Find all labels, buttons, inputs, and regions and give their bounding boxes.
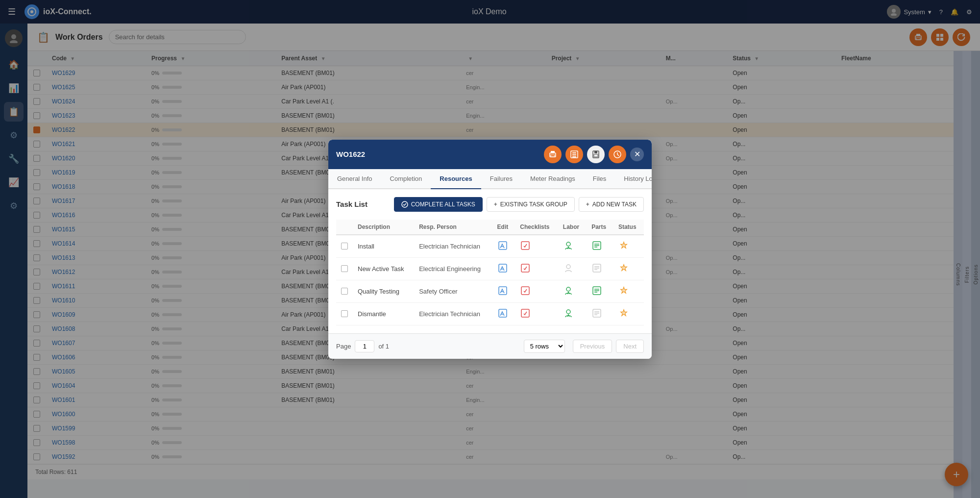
task-status: ! (613, 257, 644, 280)
tab-meter-readings[interactable]: Meter Readings (521, 169, 584, 189)
task-edit[interactable] (492, 235, 515, 258)
task-checklists[interactable] (515, 257, 558, 280)
task-description: Install (353, 235, 414, 258)
svg-text:!: ! (623, 311, 625, 316)
task-checklists[interactable] (515, 235, 558, 258)
task-parts[interactable] (587, 302, 613, 325)
col-labor: Labor (558, 220, 587, 235)
existing-btn-label: EXISTING TASK GROUP (500, 201, 567, 208)
col-status: Status (613, 220, 644, 235)
task-resp-person: Electrical Engineering (414, 257, 492, 280)
page-info: Page of 1 (336, 340, 389, 352)
svg-rect-19 (572, 156, 576, 157)
modal-title: WO1622 (336, 150, 365, 158)
nav-buttons: Previous Next (573, 340, 644, 353)
modal: WO1622 ✕ General Info Completion (328, 140, 652, 359)
task-description: Dismantle (353, 302, 414, 325)
task-labor[interactable] (558, 257, 587, 280)
col-description: Description (353, 220, 414, 235)
tab-files[interactable]: Files (584, 169, 615, 189)
svg-rect-36 (521, 264, 529, 272)
add-new-btn-icon: + (586, 201, 589, 208)
footer-right: 5 rows 10 rows 20 rows Previous Next (524, 340, 644, 353)
task-actions: COMPLETE ALL TASKS + EXISTING TASK GROUP… (394, 197, 644, 212)
page-label: Page (336, 343, 351, 350)
modal-close-button[interactable]: ✕ (630, 148, 644, 161)
svg-rect-27 (521, 242, 529, 249)
task-resp-person: Electrician Technician (414, 235, 492, 258)
task-labor[interactable] (558, 302, 587, 325)
col-resp-person: Resp. Person (414, 220, 492, 235)
add-new-btn-label: ADD NEW TASK (592, 201, 637, 208)
svg-point-37 (566, 265, 570, 269)
tab-general-info[interactable]: General Info (328, 169, 381, 189)
svg-text:!: ! (623, 266, 625, 271)
svg-point-46 (566, 287, 570, 291)
add-new-task-button[interactable]: + ADD NEW TASK (579, 197, 644, 212)
modal-print-button[interactable] (544, 146, 562, 163)
task-status: ! (613, 302, 644, 325)
task-checklists[interactable] (515, 302, 558, 325)
page-input[interactable] (355, 340, 374, 352)
previous-button[interactable]: Previous (573, 340, 612, 353)
task-parts[interactable] (587, 257, 613, 280)
existing-task-group-button[interactable]: + EXISTING TASK GROUP (487, 197, 575, 212)
modal-header-actions: ✕ (544, 146, 644, 163)
task-edit[interactable] (492, 280, 515, 302)
task-status: ! (613, 235, 644, 258)
tab-completion[interactable]: Completion (381, 169, 431, 189)
task-edit[interactable] (492, 257, 515, 280)
rows-select[interactable]: 5 rows 10 rows 20 rows (524, 340, 565, 353)
svg-rect-21 (594, 151, 597, 153)
svg-rect-54 (521, 309, 529, 317)
task-labor[interactable] (558, 235, 587, 258)
task-resp-person: Safety Officer (414, 280, 492, 302)
of-label: of 1 (378, 343, 389, 350)
svg-point-28 (566, 242, 570, 246)
complete-btn-label: COMPLETE ALL TASKS (411, 201, 475, 208)
modal-content: Task List COMPLETE ALL TASKS + EXISTING … (328, 189, 652, 333)
task-table: Description Resp. Person Edit Checklists… (336, 220, 644, 325)
next-button[interactable]: Next (616, 340, 644, 353)
complete-all-tasks-button[interactable]: COMPLETE ALL TASKS (394, 197, 483, 212)
modal-clock-button[interactable] (609, 146, 626, 163)
task-checkbox[interactable] (341, 265, 348, 272)
col-checklists: Checklists (515, 220, 558, 235)
task-checkbox[interactable] (341, 310, 348, 317)
task-description: Quality Testing (353, 280, 414, 302)
task-checkbox[interactable] (341, 243, 348, 249)
task-list-header: Task List COMPLETE ALL TASKS + EXISTING … (336, 197, 644, 212)
existing-btn-icon: + (494, 201, 497, 208)
modal-overlay[interactable]: WO1622 ✕ General Info Completion (0, 0, 980, 498)
task-labor[interactable] (558, 280, 587, 302)
modal-save-button[interactable] (587, 146, 605, 163)
tab-history-log[interactable]: History Log (615, 169, 652, 189)
modal-footer: Page of 1 5 rows 10 rows 20 rows Previou… (328, 333, 652, 359)
svg-rect-18 (572, 154, 576, 155)
task-list-title: Task List (336, 200, 368, 208)
tab-failures[interactable]: Failures (481, 169, 521, 189)
tab-resources[interactable]: Resources (431, 169, 481, 189)
task-resp-person: Electrician Technician (414, 302, 492, 325)
svg-rect-45 (521, 287, 529, 295)
task-row[interactable]: Install Electrician Technician (336, 235, 644, 258)
col-parts: Parts (587, 220, 613, 235)
svg-text:!: ! (623, 244, 625, 248)
svg-rect-22 (594, 154, 598, 157)
task-description: New Active Task (353, 257, 414, 280)
task-parts[interactable] (587, 280, 613, 302)
modal-header: WO1622 ✕ (328, 140, 652, 169)
svg-text:!: ! (623, 289, 625, 293)
task-edit[interactable] (492, 302, 515, 325)
task-row[interactable]: New Active Task Electrical Engineering (336, 257, 644, 280)
modal-tabs: General Info Completion Resources Failur… (328, 169, 652, 189)
svg-rect-14 (551, 151, 555, 153)
svg-rect-17 (572, 152, 576, 153)
task-row[interactable]: Dismantle Electrician Technician (336, 302, 644, 325)
task-parts[interactable] (587, 235, 613, 258)
modal-export-button[interactable] (565, 146, 583, 163)
task-checklists[interactable] (515, 280, 558, 302)
svg-point-55 (566, 310, 570, 314)
task-row[interactable]: Quality Testing Safety Officer (336, 280, 644, 302)
task-checkbox[interactable] (341, 288, 348, 295)
